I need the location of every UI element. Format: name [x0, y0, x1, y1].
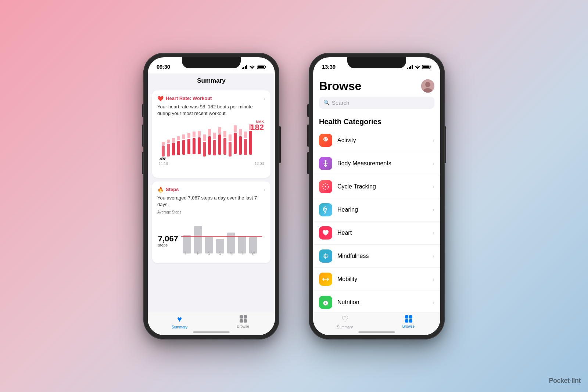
tab-browse[interactable]: Browse — [211, 314, 275, 329]
svg-rect-31 — [234, 133, 237, 154]
svg-rect-33 — [239, 136, 242, 155]
phone-summary: 09:30 — [143, 53, 279, 339]
hr-time-end: 12:03 — [255, 162, 264, 166]
svg-rect-92 — [405, 315, 408, 319]
heart-rate-card[interactable]: ❤️ Heart Rate: Workout › Your heart rate… — [152, 90, 270, 178]
svg-rect-37 — [249, 131, 252, 155]
category-name-mobility: Mobility — [337, 276, 433, 283]
nutrition-icon: + — [319, 296, 332, 309]
svg-text:T: T — [184, 251, 186, 255]
notch — [182, 57, 241, 68]
hr-axis: 11:18 12:03 — [157, 162, 265, 166]
status-time-2: 13:39 — [322, 64, 336, 70]
browse-tab-label: Browse — [237, 324, 249, 328]
category-name-hearing: Hearing — [337, 206, 433, 213]
svg-rect-22 — [208, 129, 211, 136]
phone-browse: 13:39 — [309, 53, 445, 339]
cycle-chevron: › — [433, 184, 434, 190]
hearing-svg — [322, 206, 330, 214]
steps-card[interactable]: 🔥 Steps › You averaged 7,067 steps a day… — [152, 181, 270, 263]
body-chevron: › — [433, 161, 434, 166]
card-header: ❤️ Heart Rate: Workout › — [157, 96, 265, 101]
svg-rect-16 — [193, 132, 196, 137]
watermark: Pocket-lint — [549, 377, 581, 385]
category-item-hearing[interactable]: Hearing › — [313, 198, 440, 222]
browse-tab-browse[interactable]: Browse — [377, 314, 440, 329]
heart-rate-chart: MAX 182 — [157, 120, 265, 171]
scroll-content[interactable]: ❤️ Heart Rate: Workout › Your heart rate… — [148, 87, 275, 312]
browse-summary-icon: ♡ — [341, 314, 349, 324]
wifi-icon — [249, 65, 255, 69]
svg-text:T: T — [241, 251, 243, 255]
summary-tab-icon: ♥ — [177, 314, 182, 324]
summary-screen: 09:30 — [148, 57, 275, 335]
browse-tab-summary[interactable]: ♡ Summary — [313, 314, 377, 329]
hr-bars: MIN 98 — [157, 120, 265, 160]
svg-rect-14 — [187, 133, 190, 138]
category-item-cycle[interactable]: Cycle Tracking › — [313, 175, 440, 198]
status-icons — [242, 65, 266, 69]
browse-browse-label: Browse — [402, 324, 415, 328]
svg-rect-5 — [167, 144, 170, 157]
svg-rect-45 — [227, 233, 235, 253]
svg-text:S: S — [219, 251, 222, 255]
category-name-heart: Heart — [337, 230, 433, 236]
mindfulness-svg — [322, 252, 330, 260]
svg-point-80 — [325, 253, 326, 254]
category-item-heart[interactable]: Heart › — [313, 222, 440, 245]
browse-view: Browse 🔍 — [313, 73, 440, 335]
svg-rect-46 — [238, 236, 246, 253]
svg-point-82 — [323, 255, 324, 256]
svg-rect-1 — [265, 66, 266, 68]
svg-rect-9 — [177, 141, 180, 155]
browse-title: Browse — [319, 79, 362, 93]
user-avatar[interactable] — [421, 79, 434, 93]
card-title: Heart Rate: Workout — [166, 96, 212, 101]
svg-text:F: F — [197, 251, 199, 255]
hr-time-start: 11:18 — [159, 162, 168, 166]
steps-avg-label: Average Steps — [157, 210, 265, 214]
status-time: 09:30 — [157, 64, 170, 70]
signal-icon — [242, 65, 247, 69]
app-content-2: Browse 🔍 — [313, 73, 440, 335]
search-bar[interactable]: 🔍 Search — [319, 97, 434, 109]
browse-header: Browse 🔍 — [313, 73, 440, 112]
svg-rect-61 — [244, 319, 247, 323]
svg-text:+: + — [325, 302, 326, 305]
category-item-activity[interactable]: Activity › — [313, 129, 440, 152]
svg-rect-29 — [229, 142, 232, 157]
heart-icon: ❤️ — [157, 96, 164, 101]
svg-rect-8 — [172, 138, 175, 142]
category-item-mindfulness[interactable]: Mindfulness › — [313, 245, 440, 268]
phones-container: 09:30 — [143, 53, 445, 339]
svg-point-85 — [327, 257, 327, 258]
svg-rect-24 — [213, 133, 216, 139]
browse-tab-icon — [239, 314, 248, 323]
steps-card-header: 🔥 Steps › — [157, 187, 265, 193]
mobility-chevron: › — [433, 276, 434, 282]
svg-rect-95 — [409, 319, 412, 323]
category-item-nutrition[interactable]: + Nutrition › — [313, 291, 440, 312]
mobility-svg — [322, 275, 330, 283]
svg-rect-23 — [213, 140, 216, 155]
svg-rect-30 — [229, 134, 232, 141]
svg-text:S: S — [208, 251, 211, 255]
browse-screen: 13:39 — [313, 57, 440, 335]
category-item-body[interactable]: Body Measurements › — [313, 152, 440, 175]
svg-rect-13 — [187, 139, 190, 154]
category-name-body: Body Measurements — [337, 160, 433, 167]
svg-rect-59 — [244, 315, 247, 319]
summary-view: Summary ❤️ Heart Rate: Workout › — [148, 73, 275, 335]
svg-rect-41 — [183, 235, 191, 253]
category-item-mobility[interactable]: Mobility › — [313, 268, 440, 291]
steps-description: You averaged 7,067 steps a day over the … — [157, 195, 265, 208]
steps-fire-icon: 🔥 — [157, 187, 164, 193]
svg-rect-32 — [234, 125, 237, 132]
svg-rect-64 — [423, 65, 430, 68]
svg-text:W: W — [251, 251, 255, 255]
tab-summary[interactable]: ♥ Summary — [148, 314, 211, 329]
svg-point-77 — [325, 212, 326, 213]
summary-tab-label: Summary — [172, 325, 187, 329]
steps-title-row: 🔥 Steps — [157, 187, 179, 193]
svg-text:98: 98 — [159, 157, 165, 160]
